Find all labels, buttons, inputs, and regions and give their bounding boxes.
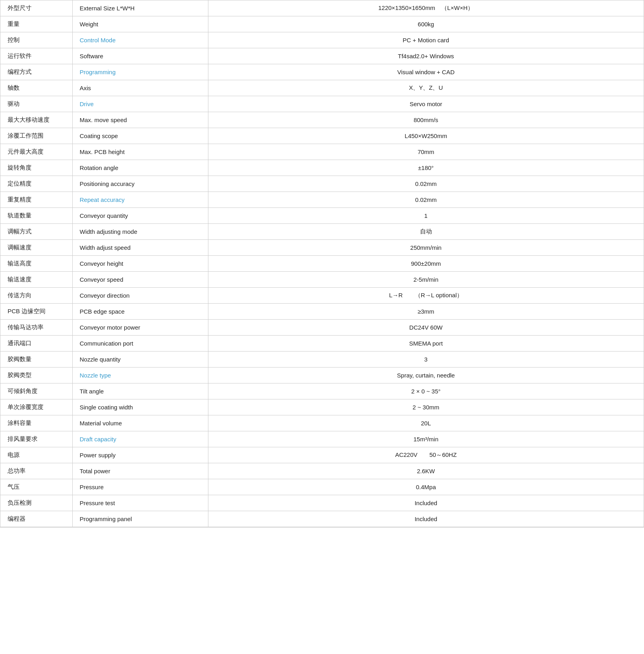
table-row: 输送高度Conveyor height900±20mm: [0, 256, 644, 272]
cell-value: Included: [208, 495, 644, 511]
cell-value: 0.4Mpa: [208, 479, 644, 495]
cell-english: Conveyor direction: [72, 288, 208, 304]
cell-english: Draft capacity: [72, 431, 208, 447]
cell-chinese: 涂覆工作范围: [0, 128, 72, 144]
cell-english: Software: [72, 48, 208, 64]
table-row: 排风量要求Draft capacity15m³/min: [0, 431, 644, 447]
table-row: 可倾斜角度Tilt angle2 × 0 ~ 35°: [0, 383, 644, 399]
cell-value: 600kg: [208, 16, 644, 32]
cell-value: Tf4sad2.0+ Windows: [208, 48, 644, 64]
cell-english: Max. move speed: [72, 112, 208, 128]
cell-value: Visual window + CAD: [208, 64, 644, 80]
cell-value: ±180°: [208, 160, 644, 176]
cell-chinese: 输送速度: [0, 272, 72, 288]
cell-chinese: 单次涂覆宽度: [0, 399, 72, 415]
cell-chinese: 定位精度: [0, 176, 72, 192]
cell-chinese: 驱动: [0, 96, 72, 112]
cell-english: Axis: [72, 80, 208, 96]
cell-value: 900±20mm: [208, 256, 644, 272]
cell-english: Power supply: [72, 447, 208, 463]
cell-value: PC + Motion card: [208, 32, 644, 48]
cell-english: Material volume: [72, 415, 208, 431]
table-row: 输送速度Conveyor speed2-5m/min: [0, 272, 644, 288]
table-row: 运行软件SoftwareTf4sad2.0+ Windows: [0, 48, 644, 64]
cell-chinese: 涂料容量: [0, 415, 72, 431]
cell-chinese: 负压检测: [0, 495, 72, 511]
cell-english: Conveyor speed: [72, 272, 208, 288]
cell-value: 2 × 0 ~ 35°: [208, 383, 644, 399]
cell-value: Servo motor: [208, 96, 644, 112]
table-row: 编程方式ProgrammingVisual window + CAD: [0, 64, 644, 80]
table-row: 传输马达功率Conveyor motor powerDC24V 60W: [0, 320, 644, 336]
cell-value: 15m³/min: [208, 431, 644, 447]
table-row: 驱动DriveServo motor: [0, 96, 644, 112]
cell-value: 20L: [208, 415, 644, 431]
cell-chinese: 胶阀数量: [0, 352, 72, 368]
cell-chinese: 运行软件: [0, 48, 72, 64]
table-row: 元件最大高度Max. PCB height70mm: [0, 144, 644, 160]
cell-chinese: 气压: [0, 479, 72, 495]
cell-english: Drive: [72, 96, 208, 112]
cell-english: Max. PCB height: [72, 144, 208, 160]
cell-value: 1: [208, 208, 644, 224]
spec-table-container: 外型尺寸External Size L*W*H1220×1350×1650mm …: [0, 0, 644, 528]
cell-english: Width adjust speed: [72, 240, 208, 256]
cell-value: 2-5m/min: [208, 272, 644, 288]
table-row: 气压Pressure0.4Mpa: [0, 479, 644, 495]
cell-english: Conveyor quantity: [72, 208, 208, 224]
cell-value: ≥3mm: [208, 304, 644, 320]
table-row: 定位精度Positioning accuracy0.02mm: [0, 176, 644, 192]
table-row: PCB 边缘空间PCB edge space≥3mm: [0, 304, 644, 320]
cell-english: Pressure: [72, 479, 208, 495]
cell-english: Coating scope: [72, 128, 208, 144]
cell-chinese: PCB 边缘空间: [0, 304, 72, 320]
cell-value: X、Y、Z、U: [208, 80, 644, 96]
cell-chinese: 传输马达功率: [0, 320, 72, 336]
cell-english: Nozzle quantity: [72, 352, 208, 368]
cell-value: 800mm/s: [208, 112, 644, 128]
table-row: 重量Weight600kg: [0, 16, 644, 32]
cell-english: Programming panel: [72, 511, 208, 527]
cell-chinese: 重复精度: [0, 192, 72, 208]
table-row: 编程器Programming panelIncluded: [0, 511, 644, 527]
cell-english: Positioning accuracy: [72, 176, 208, 192]
cell-chinese: 外型尺寸: [0, 0, 72, 16]
cell-chinese: 旋转角度: [0, 160, 72, 176]
table-row: 控制Control ModePC + Motion card: [0, 32, 644, 48]
cell-chinese: 编程方式: [0, 64, 72, 80]
cell-english: Repeat accuracy: [72, 192, 208, 208]
cell-chinese: 通讯端口: [0, 336, 72, 352]
cell-english: Width adjusting mode: [72, 224, 208, 240]
table-row: 外型尺寸External Size L*W*H1220×1350×1650mm …: [0, 0, 644, 16]
cell-chinese: 重量: [0, 16, 72, 32]
cell-chinese: 最大大移动速度: [0, 112, 72, 128]
cell-chinese: 轨道数量: [0, 208, 72, 224]
cell-english: PCB edge space: [72, 304, 208, 320]
cell-english: Communication port: [72, 336, 208, 352]
spec-table: 外型尺寸External Size L*W*H1220×1350×1650mm …: [0, 0, 644, 527]
cell-english: Weight: [72, 16, 208, 32]
cell-english: Single coating width: [72, 399, 208, 415]
cell-english: Tilt angle: [72, 383, 208, 399]
cell-chinese: 控制: [0, 32, 72, 48]
cell-value: SMEMA port: [208, 336, 644, 352]
table-row: 电源Power supplyAC220V 50～60HZ: [0, 447, 644, 463]
cell-english: Pressure test: [72, 495, 208, 511]
cell-english: External Size L*W*H: [72, 0, 208, 16]
cell-value: 2.6KW: [208, 463, 644, 479]
cell-value: AC220V 50～60HZ: [208, 447, 644, 463]
cell-chinese: 调幅速度: [0, 240, 72, 256]
cell-chinese: 电源: [0, 447, 72, 463]
cell-value: Spray, curtain, needle: [208, 368, 644, 383]
table-row: 轴数AxisX、Y、Z、U: [0, 80, 644, 96]
cell-chinese: 排风量要求: [0, 431, 72, 447]
cell-value: L→R （R→L optional）: [208, 288, 644, 304]
table-row: 传送方向Conveyor directionL→R （R→L optional）: [0, 288, 644, 304]
cell-english: Control Mode: [72, 32, 208, 48]
cell-chinese: 轴数: [0, 80, 72, 96]
table-row: 调幅方式Width adjusting mode自动: [0, 224, 644, 240]
table-row: 涂料容量Material volume20L: [0, 415, 644, 431]
cell-english: Programming: [72, 64, 208, 80]
cell-chinese: 传送方向: [0, 288, 72, 304]
table-row: 胶阀数量Nozzle quantity3: [0, 352, 644, 368]
